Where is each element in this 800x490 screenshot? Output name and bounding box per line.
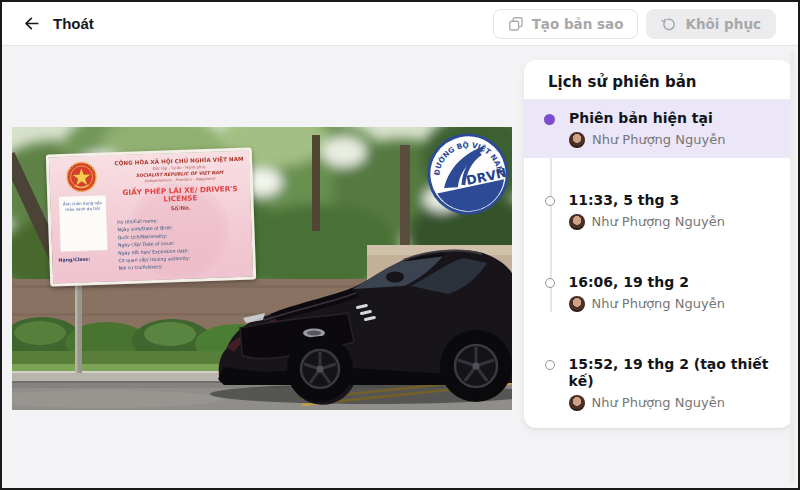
license-class-label: Hạng/Class:	[58, 255, 110, 262]
version-author: Như Phượng Nguyễn	[592, 296, 725, 312]
version-history-header: Lịch sử phiên bản	[524, 60, 792, 100]
version-circle-icon	[545, 278, 555, 288]
topbar: Thoát Tạo bản sao Khôi phục	[2, 2, 798, 46]
avatar	[569, 214, 585, 230]
version-item[interactable]: 16:06, 19 thg 2 Như Phượng Nguyễn	[524, 264, 792, 322]
avatar	[569, 395, 585, 411]
restore-icon	[661, 16, 677, 32]
avatar	[569, 296, 585, 312]
version-item-current[interactable]: Phiên bản hiện tại Như Phượng Nguyễn	[524, 100, 792, 158]
license-photo-box: Ảnh chân dung nền màu xanh da trời	[58, 195, 108, 253]
avatar	[569, 132, 585, 148]
license-card: Ảnh chân dung nền màu xanh da trời Hạng/…	[46, 147, 256, 286]
drvn-logo-icon: ĐƯỜNG BỘ VIỆT NAM DRVN	[418, 127, 512, 224]
copy-icon	[508, 16, 524, 32]
version-list: Phiên bản hiện tại Như Phượng Nguyễn 11:…	[524, 100, 792, 428]
exit-button[interactable]: Thoát	[22, 14, 94, 33]
version-label: 16:06, 19 thg 2	[569, 274, 725, 291]
version-author: Như Phượng Nguyễn	[592, 132, 725, 148]
version-author: Như Phượng Nguyễn	[592, 214, 725, 230]
restore-button[interactable]: Khôi phục	[646, 9, 776, 39]
design-canvas-image: Ảnh chân dung nền màu xanh da trời Hạng/…	[12, 127, 512, 410]
version-author: Như Phượng Nguyễn	[592, 395, 725, 411]
version-label: 15:52, 19 thg 2 (tạo thiết kế)	[569, 356, 773, 390]
make-copy-button[interactable]: Tạo bản sao	[493, 9, 639, 39]
version-item[interactable]: 11:33, 5 thg 3 Như Phượng Nguyễn	[524, 182, 792, 240]
exit-label: Thoát	[53, 15, 94, 32]
version-label: Phiên bản hiện tại	[569, 110, 725, 127]
vietnam-emblem-icon	[66, 161, 98, 193]
version-item[interactable]: 15:52, 19 thg 2 (tạo thiết kế) Như Phượn…	[524, 346, 792, 421]
version-label: 11:33, 5 thg 3	[569, 192, 725, 209]
make-copy-label: Tạo bản sao	[532, 16, 624, 32]
license-title: GIẤY PHÉP LÁI XE/ DRIVER'S LICENSE	[109, 184, 251, 205]
panel-title: Lịch sử phiên bản	[548, 73, 768, 92]
scrollbar[interactable]	[790, 50, 795, 484]
app-window: Thoát Tạo bản sao Khôi phục	[0, 0, 800, 490]
back-arrow-icon	[22, 14, 41, 33]
version-circle-icon	[545, 196, 555, 206]
license-photo-note: Ảnh chân dung nền màu xanh da trời	[62, 200, 103, 212]
current-version-dot-icon	[544, 114, 555, 125]
version-circle-icon	[545, 360, 555, 370]
restore-label: Khôi phục	[685, 16, 761, 32]
version-history-panel: Lịch sử phiên bản Phiên bản hiện tại Như…	[524, 60, 792, 428]
